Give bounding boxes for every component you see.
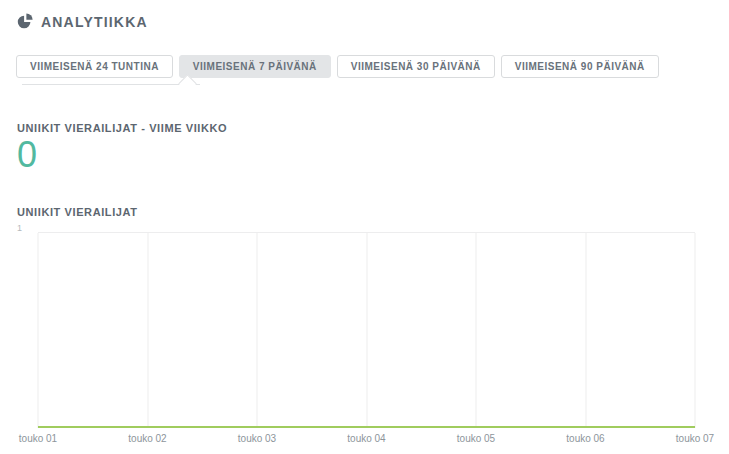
chart-data-line (38, 233, 695, 428)
app-header: ANALYTIIKKA (16, 13, 148, 31)
chart-x-tick-label: touko 04 (347, 433, 385, 444)
chart-x-tick-label: touko 03 (238, 433, 276, 444)
pie-chart-icon (16, 13, 34, 31)
tab-last-7-days[interactable]: VIIMEISENÄ 7 PÄIVÄNÄ (179, 55, 331, 78)
stat-value: 0 (17, 134, 37, 176)
chart-x-tick-label: touko 06 (566, 433, 604, 444)
tab-last-90-days[interactable]: VIIMEISENÄ 90 PÄIVÄNÄ (501, 55, 659, 78)
page-title: ANALYTIIKKA (41, 14, 148, 30)
chart-x-tick-label: touko 07 (676, 433, 714, 444)
chart-x-tick-label: touko 05 (457, 433, 495, 444)
tab-last-24-hours[interactable]: VIIMEISENÄ 24 TUNTINA (16, 55, 173, 78)
chart-x-labels: touko 01touko 02touko 03touko 04touko 05… (38, 433, 695, 447)
stat-label: UNIIKIT VIERAILIJAT - VIIME VIIKKO (17, 122, 227, 134)
chart-x-tick-label: touko 02 (128, 433, 166, 444)
tab-divider (22, 84, 200, 85)
chart-y-tick-label: 1 (17, 223, 22, 233)
tab-last-30-days[interactable]: VIIMEISENÄ 30 PÄIVÄNÄ (337, 55, 495, 78)
chart-plot-area (38, 232, 695, 428)
chart-title: UNIIKIT VIERAILIJAT (17, 206, 138, 218)
time-range-tabs: VIIMEISENÄ 24 TUNTINA VIIMEISENÄ 7 PÄIVÄ… (16, 55, 659, 78)
chart-x-tick-label: touko 01 (19, 433, 57, 444)
